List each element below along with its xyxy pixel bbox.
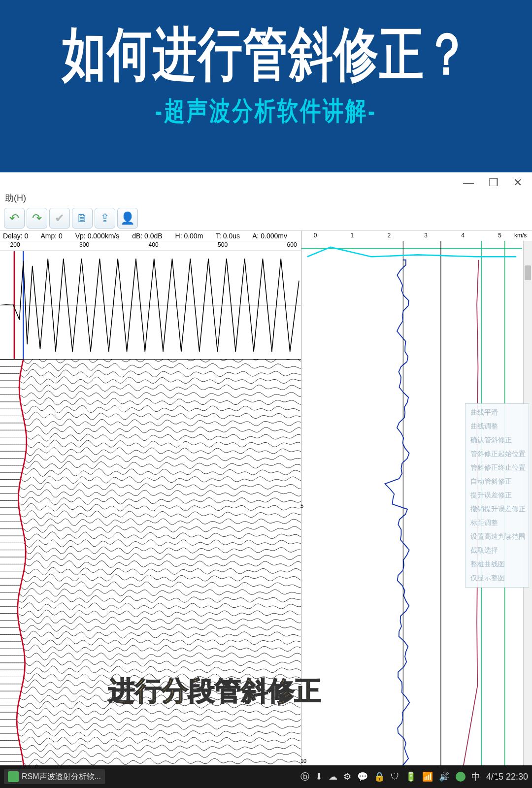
status-db: dB: 0.0dB	[132, 232, 163, 240]
caption-overlay: 进行分段管斜修正	[108, 673, 321, 709]
menu-item[interactable]: 设置高速判读范围	[466, 530, 529, 544]
menu-item[interactable]: 确认管斜修正	[466, 433, 529, 447]
menu-item[interactable]: 撤销提升误差修正	[466, 502, 529, 516]
status-delay: Delay: 0	[3, 232, 28, 240]
check-icon[interactable]: ✔	[49, 208, 70, 229]
bluetooth-icon[interactable]: ⓑ	[300, 771, 309, 783]
page-icon[interactable]: 🗎	[72, 208, 93, 229]
right-pane: 0 1 2 3 4 5 km/s	[301, 231, 532, 788]
ruler-tick: 300	[79, 241, 89, 248]
status-a: A: 0.000mv	[252, 232, 287, 240]
redo-icon[interactable]: ↷	[27, 208, 47, 229]
tray-icon[interactable]: ☁	[329, 771, 337, 782]
undo-icon[interactable]: ↶	[4, 208, 25, 229]
depth-tick: 5	[300, 503, 303, 509]
status-t: T: 0.0us	[216, 232, 240, 240]
ruler-unit: km/s	[514, 232, 527, 239]
velocity-ruler: 0 1 2 3 4 5 km/s	[301, 231, 532, 241]
page-subtitle: -超声波分析软件讲解-	[0, 94, 532, 128]
ruler-tick: 5	[498, 232, 501, 239]
ruler-tick: 2	[387, 232, 391, 239]
menu-item[interactable]: 曲线调整	[466, 420, 529, 433]
depth-tick: 10	[300, 758, 306, 764]
tray-icon[interactable]: ⚙	[343, 771, 351, 782]
wifi-icon[interactable]: 📶	[422, 771, 433, 782]
taskbar-app[interactable]: RSM声波透射分析软...	[4, 769, 105, 784]
tray-icon[interactable]: 💬	[357, 771, 368, 782]
lang-indicator-icon[interactable]	[456, 772, 466, 782]
volume-icon[interactable]: 🔊	[439, 771, 450, 782]
app-icon	[8, 771, 19, 782]
ruler-tick: 600	[287, 241, 297, 248]
tray-icon[interactable]: ⬇	[315, 771, 323, 782]
status-line: Delay: 0 Amp: 0 Vp: 0.000km/s dB: 0.0dB …	[0, 231, 301, 241]
ruler-tick: 500	[218, 241, 228, 248]
ruler-tick: 0	[314, 232, 317, 239]
scroll-thumb[interactable]	[525, 265, 531, 280]
ruler-tick: 200	[10, 241, 20, 248]
menu-help[interactable]: 助(H)	[0, 190, 532, 206]
time-ruler-top: 200 300 400 500 600	[0, 241, 301, 251]
menu-item[interactable]: 截取选择	[466, 544, 529, 558]
context-menu[interactable]: 曲线平滑 曲线调整 确认管斜修正 管斜修正起始位置 管斜修正终止位置 自动管斜修…	[465, 403, 529, 588]
menu-item[interactable]: 自动管斜修正	[466, 475, 529, 489]
status-h: H: 0.00m	[175, 232, 203, 240]
minimize-button[interactable]: —	[463, 176, 474, 189]
export-icon[interactable]: ⇪	[95, 208, 115, 229]
ruler-tick: 3	[424, 232, 428, 239]
waveform-panel[interactable]	[0, 251, 301, 360]
menu-item[interactable]: 标距调整	[466, 516, 529, 530]
shield-icon[interactable]: 🛡	[391, 772, 399, 782]
seismic-panel[interactable]	[0, 360, 301, 788]
battery-icon[interactable]: 🔋	[405, 771, 416, 782]
menu-item[interactable]: 曲线平滑	[466, 406, 529, 420]
close-button[interactable]: ✕	[513, 176, 522, 189]
lang-label[interactable]: 中	[471, 771, 480, 783]
maximize-button[interactable]: ❐	[489, 176, 499, 189]
menu-item[interactable]: 提升误差修正	[466, 489, 529, 502]
ruler-tick: 400	[149, 241, 159, 248]
menu-item[interactable]: 管斜修正终止位置	[466, 461, 529, 475]
ruler-tick: 4	[461, 232, 465, 239]
menu-item[interactable]: 管斜修正起始位置	[466, 447, 529, 461]
page-title: 如何进行管斜修正？	[0, 16, 532, 94]
taskbar-app-label: RSM声波透射分析软...	[22, 772, 101, 782]
tray-icon[interactable]: 🔒	[374, 771, 385, 782]
ruler-tick: 1	[351, 232, 354, 239]
status-vp: Vp: 0.000km/s	[75, 232, 120, 240]
menu-item[interactable]: 仅显示整图	[466, 571, 529, 585]
user-icon[interactable]: 👤	[117, 208, 138, 229]
status-amp: Amp: 0	[40, 232, 62, 240]
toolbar: ↶ ↷ ✔ 🗎 ⇪ 👤	[0, 206, 532, 231]
menu-item[interactable]: 整桩曲线图	[466, 558, 529, 571]
cursor-icon: ➤	[492, 771, 500, 784]
taskbar[interactable]: RSM声波透射分析软... ⓑ ⬇ ☁ ⚙ 💬 🔒 🛡 🔋 📶 🔊 中 4/15…	[0, 765, 532, 788]
